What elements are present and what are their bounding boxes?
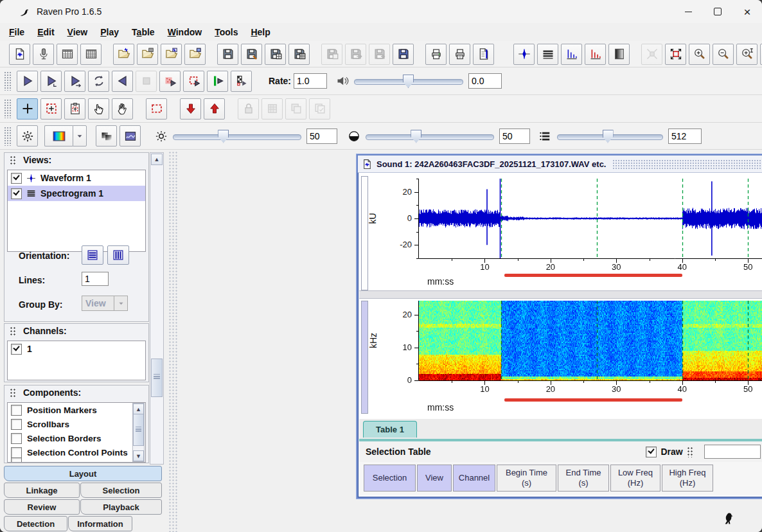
sidebar-tab-linkage[interactable]: Linkage: [4, 483, 80, 498]
scroll-up-button[interactable]: ▲: [133, 403, 144, 414]
new-sound-window-button[interactable]: [9, 44, 30, 65]
menu-edit[interactable]: Edit: [31, 25, 60, 39]
spectrogram-sample-button[interactable]: [120, 125, 141, 146]
tab-table-1[interactable]: Table 1: [363, 421, 417, 438]
lines-field[interactable]: [82, 272, 109, 286]
list-item[interactable]: Position Markers: [8, 403, 145, 417]
toolbar-grip[interactable]: [4, 99, 12, 118]
colormap-button[interactable]: [44, 125, 73, 146]
save-workspace-button[interactable]: [393, 44, 414, 65]
volume-slider[interactable]: [354, 73, 463, 89]
column-header-begin-time[interactable]: Begin Time(s): [497, 465, 556, 492]
item-checkbox[interactable]: [11, 457, 22, 463]
slice-view-button[interactable]: [608, 44, 630, 65]
view-divider[interactable]: [359, 290, 762, 299]
menu-tools[interactable]: Tools: [208, 25, 244, 39]
play-button[interactable]: [17, 71, 38, 92]
column-header-channel[interactable]: Channel: [453, 465, 495, 492]
sidebar-tab-playback[interactable]: Playback: [80, 499, 162, 515]
titlebar-drag-area[interactable]: [612, 159, 762, 169]
views-grip-icon[interactable]: [10, 155, 17, 165]
toolbar-grip[interactable]: [4, 71, 12, 91]
print-view-button[interactable]: [425, 44, 447, 65]
column-header-low-freq[interactable]: Low Freq(Hz): [610, 465, 660, 492]
components-scrollbar[interactable]: ▲ ▼: [132, 403, 145, 462]
zoom-out-button[interactable]: [713, 44, 734, 65]
minimize-button[interactable]: [673, 0, 703, 23]
zoom-in-time-button[interactable]: [736, 44, 758, 65]
play-selection-button[interactable]: [183, 71, 204, 92]
sidebar-tab-detection[interactable]: Detection: [4, 516, 67, 531]
annotate-selection-tool-button[interactable]: [64, 98, 85, 120]
item-checkbox[interactable]: [11, 344, 22, 355]
toolbar-grip[interactable]: [4, 127, 12, 146]
save-sound-as-button[interactable]: [241, 44, 262, 65]
app-titlebar[interactable]: Raven Pro 1.6.5 ×: [0, 0, 762, 24]
column-header-view[interactable]: View: [417, 465, 452, 492]
scroll-up-button[interactable]: ▲: [151, 154, 163, 165]
sound-window-titlebar[interactable]: Sound 1: 242A260463FAC3DF_20251121_17310…: [358, 155, 762, 173]
play-filtered-button[interactable]: [159, 71, 181, 92]
save-selection-table-button[interactable]: [265, 44, 286, 65]
sidebar-tab-review[interactable]: Review: [4, 499, 80, 515]
play-page-button[interactable]: [207, 71, 228, 92]
parameters-gear-button[interactable]: [17, 125, 38, 146]
maximize-button[interactable]: [703, 0, 732, 23]
item-checkbox[interactable]: [11, 447, 22, 458]
list-item[interactable]: Selection Control Points: [8, 445, 145, 459]
vertical-orientation-button[interactable]: [107, 245, 129, 265]
brightness-slider[interactable]: [173, 129, 301, 144]
open-selection-table-button[interactable]: [137, 44, 158, 65]
selection-up-button[interactable]: [204, 98, 225, 120]
open-sound-with-table-button[interactable]: [161, 44, 182, 65]
selection-tool-button[interactable]: [40, 98, 62, 120]
contrast-field[interactable]: [499, 129, 530, 144]
play-loop-button[interactable]: [88, 71, 109, 92]
scroll-thumb[interactable]: [151, 359, 163, 397]
volume-slider-thumb[interactable]: [403, 75, 414, 88]
sidebar-tab-information[interactable]: Information: [68, 516, 132, 531]
waveform-view-selector[interactable]: [361, 176, 368, 290]
save-all-tables-button[interactable]: [288, 44, 310, 65]
list-item[interactable]: [8, 459, 145, 463]
item-checkbox[interactable]: [11, 405, 22, 416]
scroll-thumb[interactable]: [133, 414, 144, 446]
item-checkbox[interactable]: [11, 419, 22, 430]
channels-grip-icon[interactable]: [10, 326, 17, 336]
item-checkbox[interactable]: [11, 433, 22, 444]
selection-spectrum-view-button[interactable]: [585, 44, 606, 65]
column-header-selection[interactable]: Selection: [364, 465, 416, 492]
scroll-down-button[interactable]: ▼: [133, 450, 144, 461]
item-checkbox[interactable]: [11, 188, 22, 199]
selection-search-field[interactable]: [704, 445, 761, 459]
item-checkbox[interactable]: [11, 173, 22, 184]
page-setup-button[interactable]: [473, 44, 494, 65]
zoom-in-button[interactable]: [689, 44, 710, 65]
spectrogram-selection-bar[interactable]: [504, 398, 682, 402]
open-sound-files-button[interactable]: [113, 44, 134, 65]
menu-help[interactable]: Help: [244, 25, 276, 39]
draw-checkbox[interactable]: [646, 447, 657, 457]
column-header-end-time[interactable]: End Time(s): [558, 465, 609, 492]
point-tool-button[interactable]: [88, 98, 109, 120]
list-item[interactable]: Spectrogram 1: [8, 186, 145, 201]
spectrogram-view-button[interactable]: [537, 44, 558, 65]
menu-file[interactable]: File: [3, 25, 31, 39]
sidebar-tab-layout[interactable]: Layout: [4, 466, 162, 481]
record-sound-button[interactable]: [33, 44, 54, 65]
menu-window[interactable]: Window: [161, 25, 209, 39]
group-by-combo[interactable]: View: [82, 296, 128, 311]
horizontal-orientation-button[interactable]: [82, 245, 103, 265]
spectrogram-plot[interactable]: [414, 301, 762, 391]
waveform-selection-bar[interactable]: [504, 274, 682, 277]
menu-play[interactable]: Play: [94, 25, 125, 39]
fft-size-field[interactable]: [668, 129, 702, 144]
waveform-plot[interactable]: [414, 179, 762, 269]
list-item[interactable]: Selection Borders: [8, 431, 145, 445]
new-data-table-button[interactable]: [80, 44, 102, 65]
grab-tool-button[interactable]: [112, 98, 133, 120]
column-header-high-freq[interactable]: High Freq(Hz): [662, 465, 713, 492]
close-button[interactable]: ×: [732, 0, 762, 23]
list-item[interactable]: Waveform 1: [8, 170, 145, 186]
play-window-button[interactable]: [40, 71, 62, 92]
